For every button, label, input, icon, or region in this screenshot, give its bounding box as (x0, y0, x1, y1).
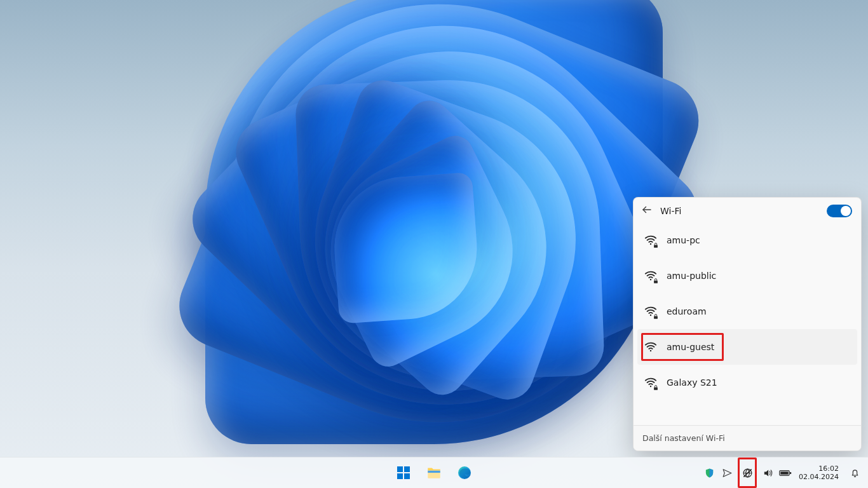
wifi-secured-icon (644, 269, 658, 283)
wifi-network-ssid: amu-guest (667, 342, 714, 352)
wifi-network-item[interactable]: eduroam (637, 294, 857, 329)
clock-date: 02.04.2024 (799, 473, 839, 481)
taskbar-center (391, 460, 477, 485)
edge-icon (457, 465, 472, 480)
wifi-secured-icon (644, 304, 658, 318)
system-tray: 16:02 02.04.2024 (702, 458, 865, 488)
wifi-flyout-header: Wi-Fi (634, 198, 861, 222)
svg-rect-10 (397, 466, 403, 472)
svg-rect-15 (428, 471, 440, 473)
folder-icon (426, 464, 442, 481)
svg-point-8 (650, 386, 651, 387)
wifi-network-list: amu-pcamu-publiceduroamamu-guestGalaxy S… (634, 222, 861, 425)
tray-clock[interactable]: 16:02 02.04.2024 (796, 464, 843, 481)
wifi-more-settings-link[interactable]: Další nastavení Wi-Fi (634, 425, 861, 451)
svg-point-5 (650, 315, 651, 316)
windows-logo-icon (396, 465, 411, 480)
globe-no-internet-icon (742, 468, 753, 478)
edge-button[interactable] (452, 460, 477, 485)
wifi-network-ssid: Galaxy S21 (667, 377, 717, 388)
svg-point-3 (650, 279, 651, 280)
bell-icon (850, 468, 860, 478)
wifi-network-ssid: amu-public (667, 271, 716, 281)
tray-notifications[interactable] (846, 460, 863, 485)
svg-rect-6 (654, 316, 658, 319)
svg-rect-12 (397, 473, 403, 479)
file-explorer-button[interactable] (421, 460, 447, 485)
tray-sound[interactable] (761, 460, 775, 485)
svg-rect-11 (404, 466, 410, 472)
wifi-flyout: Wi-Fi amu-pcamu-publiceduroamamu-guestGa… (633, 197, 862, 451)
svg-point-1 (650, 243, 651, 245)
wifi-network-item[interactable]: amu-public (637, 258, 857, 294)
taskbar: 16:02 02.04.2024 (0, 457, 868, 488)
svg-rect-21 (780, 471, 788, 475)
svg-rect-13 (404, 473, 410, 479)
clock-time: 16:02 (818, 464, 839, 473)
wifi-network-item[interactable]: amu-guest (637, 329, 857, 365)
speaker-icon (763, 468, 773, 478)
wifi-network-item[interactable]: amu-pc (637, 222, 857, 258)
start-button[interactable] (391, 460, 416, 485)
wifi-toggle[interactable] (827, 205, 852, 217)
wifi-network-ssid: amu-pc (667, 235, 700, 245)
svg-point-7 (650, 350, 651, 351)
tray-defender[interactable] (702, 460, 716, 485)
wifi-network-item[interactable]: Galaxy S21 (637, 365, 857, 400)
svg-rect-4 (654, 281, 658, 283)
tray-near-share[interactable] (720, 460, 734, 485)
svg-rect-9 (654, 388, 658, 390)
shield-icon (704, 468, 715, 478)
wifi-network-ssid: eduroam (667, 306, 707, 316)
send-icon (722, 468, 733, 478)
svg-rect-2 (654, 245, 658, 248)
tray-network-highlighted[interactable] (738, 458, 757, 488)
wifi-more-settings-label: Další nastavení Wi-Fi (642, 433, 725, 443)
tray-battery[interactable] (778, 460, 792, 485)
wifi-open-icon (644, 340, 658, 354)
back-arrow-icon[interactable] (641, 204, 653, 217)
svg-rect-20 (790, 471, 791, 473)
wifi-flyout-title: Wi-Fi (660, 206, 681, 216)
wifi-secured-icon (644, 376, 658, 390)
wifi-secured-icon (644, 233, 658, 247)
battery-icon (779, 468, 792, 478)
